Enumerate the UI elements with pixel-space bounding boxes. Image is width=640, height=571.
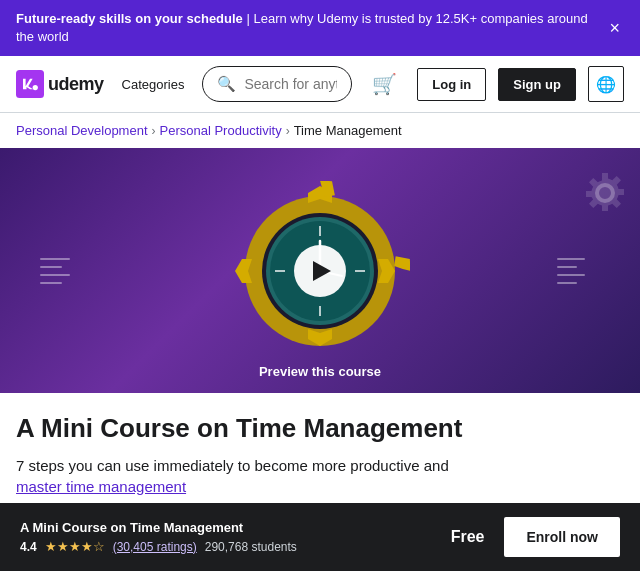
breadcrumb: Personal Development › Personal Producti…	[0, 113, 640, 148]
play-button[interactable]	[294, 245, 346, 297]
announcement-banner: Future-ready skills on your schedule | L…	[0, 0, 640, 56]
subtitle-link[interactable]: master time management	[16, 478, 186, 495]
decorative-lines-right	[557, 258, 585, 284]
sticky-bar: A Mini Course on Time Management 4.4 ★★★…	[0, 503, 640, 571]
breadcrumb-personal-development[interactable]: Personal Development	[16, 123, 148, 138]
sticky-students-count: 290,768 students	[205, 540, 297, 554]
signup-button[interactable]: Sign up	[498, 68, 576, 101]
search-icon: 🔍	[217, 75, 236, 93]
categories-button[interactable]: Categories	[116, 73, 191, 96]
play-triangle-icon	[313, 261, 331, 281]
sticky-course-info: A Mini Course on Time Management 4.4 ★★★…	[20, 520, 297, 554]
course-preview-video[interactable]: Preview this course	[0, 148, 640, 393]
globe-icon: 🌐	[596, 75, 616, 94]
svg-point-1	[33, 85, 38, 90]
breadcrumb-separator-1: ›	[152, 124, 156, 138]
sticky-price: Free	[451, 528, 485, 546]
logo-text: udemy	[48, 74, 104, 95]
decorative-lines-left	[40, 258, 70, 284]
banner-text: Future-ready skills on your schedule | L…	[16, 10, 605, 46]
banner-close-button[interactable]: ×	[605, 19, 624, 37]
logo[interactable]: udemy	[16, 70, 104, 98]
sticky-actions: Free Enroll now	[451, 517, 620, 557]
breadcrumb-personal-productivity[interactable]: Personal Productivity	[160, 123, 282, 138]
enroll-now-button[interactable]: Enroll now	[504, 517, 620, 557]
preview-course-label: Preview this course	[259, 364, 381, 379]
sticky-rating: 4.4	[20, 540, 37, 554]
sticky-title: A Mini Course on Time Management	[20, 520, 297, 535]
course-subtitle: 7 steps you can use immediately to becom…	[16, 455, 624, 497]
course-title: A Mini Course on Time Management	[16, 413, 624, 444]
cart-icon[interactable]: 🛒	[364, 68, 405, 100]
breadcrumb-time-management: Time Management	[294, 123, 402, 138]
breadcrumb-separator-2: ›	[286, 124, 290, 138]
svg-rect-0	[16, 70, 44, 98]
login-button[interactable]: Log in	[417, 68, 486, 101]
small-gear-icon	[580, 168, 630, 218]
sticky-meta: 4.4 ★★★★☆ (30,405 ratings) 290,768 stude…	[20, 539, 297, 554]
star-rating-icon: ★★★★☆	[45, 539, 105, 554]
gear-illustration	[220, 171, 420, 371]
sticky-reviews-link[interactable]: (30,405 ratings)	[113, 540, 197, 554]
search-bar: 🔍	[202, 66, 352, 102]
language-button[interactable]: 🌐	[588, 66, 624, 102]
header: udemy Categories 🔍 🛒 Log in Sign up 🌐	[0, 56, 640, 113]
search-input[interactable]	[244, 76, 337, 92]
